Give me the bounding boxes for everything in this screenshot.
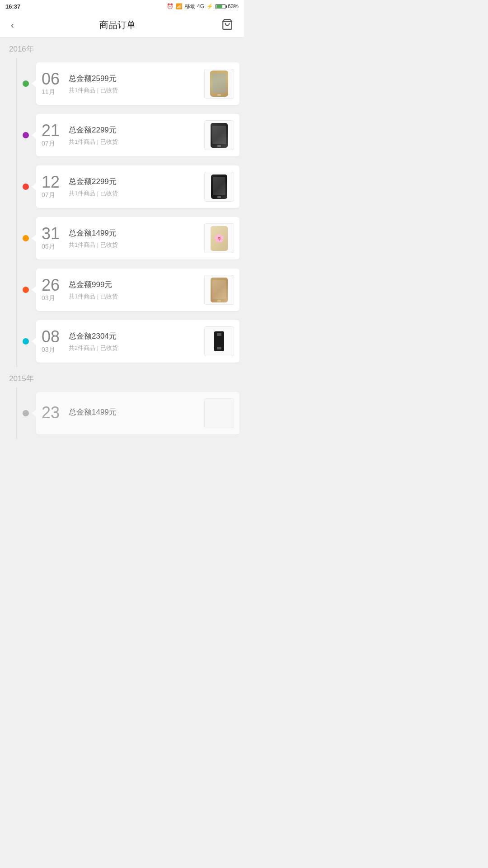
table-row[interactable]: 26 03月 总金额999元 共1件商品 | 已收货 (9, 264, 244, 316)
order-info: 总金额999元 共1件商品 | 已收货 (69, 279, 204, 301)
order-card[interactable]: 21 07月 总金额2299元 共1件商品 | 已收货 (36, 114, 239, 156)
order-day: 31 (42, 226, 60, 242)
order-thumbnail (204, 172, 234, 202)
order-info: 总金额2599元 共1件商品 | 已收货 (69, 73, 204, 94)
order-month: 05月 (42, 243, 55, 251)
timeline-dot (23, 410, 29, 416)
timeline-dot (23, 132, 29, 138)
status-bar: 16:37 ⏰ 📶 移动 4G ⚡ 63% (0, 0, 244, 13)
timeline-dot (23, 80, 29, 87)
order-thumbnail (204, 326, 234, 356)
status-time: 16:37 (5, 3, 20, 10)
table-row[interactable]: 21 07月 总金额2299元 共1件商品 | 已收货 (9, 109, 244, 161)
order-card[interactable]: 23 总金额1499元 (36, 392, 239, 434)
product-image (211, 123, 228, 148)
order-total: 总金额2299元 (69, 125, 204, 135)
order-total: 总金额2299元 (69, 176, 204, 187)
timeline-arrow (32, 80, 36, 87)
table-row[interactable]: 06 11月 总金额2599元 共1件商品 | 已收货 (9, 58, 244, 109)
order-month: 07月 (42, 140, 55, 148)
adapter-port-top (217, 333, 221, 336)
timeline-arrow (32, 338, 36, 345)
order-meta: 共1件商品 | 已收货 (69, 189, 204, 198)
timeline-dot (23, 184, 29, 190)
product-image (214, 331, 224, 351)
order-meta: 共1件商品 | 已收货 (69, 241, 204, 249)
battery-icon (216, 4, 225, 9)
order-day: 08 (42, 329, 60, 345)
product-image (211, 278, 228, 302)
order-info: 总金额1499元 共1件商品 | 已收货 (69, 228, 204, 249)
order-month: 11月 (42, 88, 55, 96)
order-month: 03月 (42, 294, 55, 302)
order-card[interactable]: 06 11月 总金额2599元 共1件商品 | 已收货 (36, 62, 239, 105)
year-2015: 2015年 (0, 367, 244, 387)
order-month: 03月 (42, 346, 55, 354)
table-row[interactable]: 12 07月 总金额2299元 共1件商品 | 已收货 (9, 161, 244, 212)
year-2016: 2016年 (0, 38, 244, 58)
timeline-dot (23, 287, 29, 293)
timeline-arrow (32, 183, 36, 190)
alarm-icon: ⏰ (167, 3, 174, 9)
timeline-arrow (32, 286, 36, 293)
order-info: 总金额2299元 共1件商品 | 已收货 (69, 176, 204, 198)
order-month: 07月 (42, 191, 55, 199)
order-meta: 共1件商品 | 已收货 (69, 86, 204, 94)
order-date: 31 05月 (42, 226, 62, 251)
flower-icon: 🌸 (214, 233, 224, 243)
cart-button[interactable] (218, 15, 237, 35)
order-total: 总金额2304元 (69, 331, 204, 341)
order-day: 21 (42, 123, 60, 139)
order-thumbnail (204, 275, 234, 305)
timeline-2015: 23 总金额1499元 (0, 387, 244, 439)
order-card[interactable]: 31 05月 总金额1499元 共1件商品 | 已收货 🌸 (36, 217, 239, 259)
status-right: ⏰ 📶 移动 4G ⚡ 63% (167, 3, 239, 10)
order-total: 总金额999元 (69, 279, 204, 290)
back-button[interactable]: ‹ (7, 16, 18, 34)
header: ‹ 商品订单 (0, 13, 244, 38)
timeline-arrow (32, 235, 36, 242)
order-date: 08 03月 (42, 329, 62, 354)
timeline-arrow (32, 132, 36, 139)
table-row[interactable]: 31 05月 总金额1499元 共1件商品 | 已收货 🌸 (9, 212, 244, 264)
order-date: 12 07月 (42, 174, 62, 199)
order-day: 12 (42, 174, 60, 190)
order-total: 总金额1499元 (69, 407, 204, 417)
timeline-dot (23, 235, 29, 241)
product-image: 🌸 (211, 226, 228, 251)
cart-icon (221, 19, 233, 30)
adapter-port-bottom (217, 347, 221, 349)
order-meta: 共1件商品 | 已收货 (69, 292, 204, 301)
order-thumbnail (204, 69, 234, 99)
timeline-arrow (32, 410, 36, 417)
battery-label: 63% (228, 3, 239, 9)
order-day: 23 (42, 405, 60, 421)
lightning-icon: ⚡ (206, 3, 213, 9)
order-info: 总金额2299元 共1件商品 | 已收货 (69, 125, 204, 146)
order-day: 06 (42, 71, 60, 87)
order-total: 总金额1499元 (69, 228, 204, 238)
timeline-dot (23, 338, 29, 344)
year-label: 2015年 (9, 374, 34, 383)
order-meta: 共1件商品 | 已收货 (69, 138, 204, 146)
order-card[interactable]: 08 03月 总金额2304元 共2件商品 | 已收货 (36, 320, 239, 363)
order-thumbnail (204, 120, 234, 150)
table-row[interactable]: 23 总金额1499元 (9, 387, 244, 439)
order-thumbnail: 🌸 (204, 223, 234, 253)
table-row[interactable]: 08 03月 总金额2304元 共2件商品 | 已收货 (9, 316, 244, 367)
timeline-2016: 06 11月 总金额2599元 共1件商品 | 已收货 21 07月 (0, 58, 244, 367)
year-label: 2016年 (9, 45, 34, 53)
product-image (211, 175, 227, 199)
network-label: 移动 4G (185, 3, 204, 10)
order-thumbnail (204, 398, 234, 428)
order-meta: 共2件商品 | 已收货 (69, 344, 204, 352)
order-info: 总金额2304元 共2件商品 | 已收货 (69, 331, 204, 352)
order-info: 总金额1499元 (69, 407, 204, 420)
order-card[interactable]: 12 07月 总金额2299元 共1件商品 | 已收货 (36, 165, 239, 208)
product-image (210, 71, 228, 97)
order-date: 26 03月 (42, 277, 62, 302)
page-title: 商品订单 (99, 19, 136, 31)
order-day: 26 (42, 277, 60, 293)
order-card[interactable]: 26 03月 总金额999元 共1件商品 | 已收货 (36, 269, 239, 311)
order-date: 21 07月 (42, 123, 62, 148)
